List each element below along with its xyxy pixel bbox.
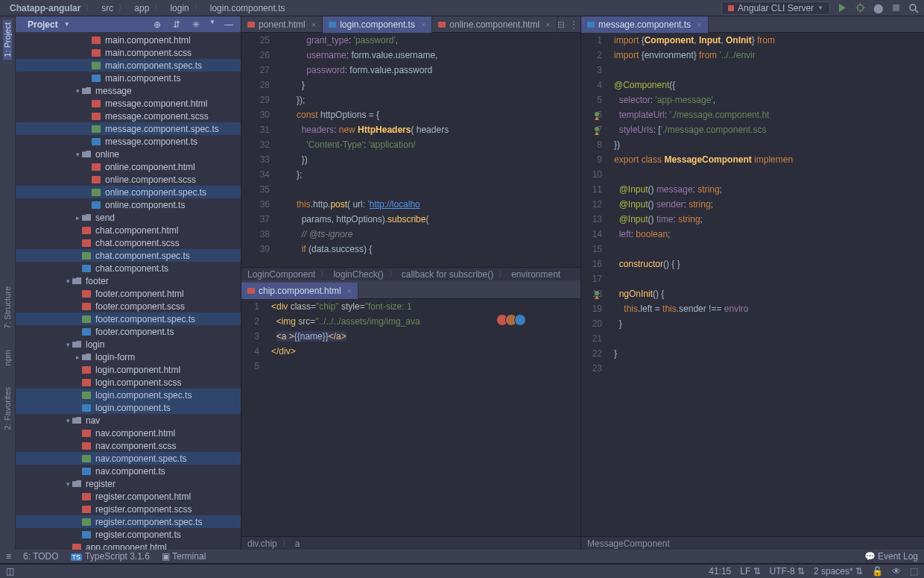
tree-file[interactable]: online.component.scss [16, 173, 241, 186]
tree-file[interactable]: message.component.html [16, 97, 241, 110]
hide-icon[interactable]: — [223, 19, 235, 31]
breadcrumb-segment[interactable]: div.chip [247, 538, 277, 549]
tree-arrow-icon[interactable] [74, 290, 81, 298]
vcs-marker-icon[interactable] [593, 125, 601, 133]
breadcrumb-item[interactable]: login [165, 3, 191, 13]
tree-folder[interactable]: ▾footer [16, 274, 241, 287]
breadcrumb-segment[interactable]: loginCheck() [333, 269, 383, 280]
run-button[interactable] [836, 2, 848, 14]
debug-button[interactable] [854, 2, 866, 14]
tree-arrow-icon[interactable]: ▾ [64, 480, 72, 488]
typescript-tab[interactable]: TSTypeScript 3.1.6 [71, 551, 150, 562]
tree-arrow-icon[interactable] [74, 455, 81, 462]
breadcrumb-item[interactable]: src [96, 3, 116, 13]
tree-arrow-icon[interactable] [83, 49, 91, 57]
tree-file[interactable]: nav.component.ts [16, 465, 241, 477]
tree-file[interactable]: login.component.scss [16, 376, 241, 389]
tree-folder[interactable]: ▸login-form [16, 351, 241, 363]
vcs-marker-icon[interactable] [593, 289, 601, 298]
tree-file[interactable]: message.component.spec.ts [16, 122, 241, 135]
tree-file[interactable]: nav.component.html [16, 427, 241, 439]
tree-file[interactable]: app.component.html [16, 541, 241, 550]
tree-file[interactable]: main.component.html [16, 34, 241, 46]
more-icon[interactable]: ⋮ [569, 19, 578, 30]
tree-arrow-icon[interactable] [83, 75, 91, 82]
close-icon[interactable]: × [347, 286, 352, 295]
tree-arrow-icon[interactable] [74, 366, 81, 374]
breadcrumb-segment[interactable]: LoginComponent [247, 269, 315, 280]
tree-file[interactable]: login.component.spec.ts [16, 389, 241, 401]
tree-folder[interactable]: ▾message [16, 84, 241, 97]
cursor-position[interactable]: 41:15 [709, 566, 731, 577]
tree-arrow-icon[interactable] [74, 379, 81, 386]
tree-folder[interactable]: ▾nav [16, 414, 241, 427]
tree-arrow-icon[interactable] [64, 544, 72, 550]
tree-arrow-icon[interactable] [83, 125, 91, 133]
tree-folder[interactable]: ▾login [16, 338, 241, 351]
breadcrumb-item[interactable]: app [129, 3, 151, 13]
tree-arrow-icon[interactable] [74, 531, 81, 538]
tree-file[interactable]: login.component.html [16, 363, 241, 376]
scroll-from-source-icon[interactable]: ⊕ [151, 19, 163, 31]
breadcrumb-item[interactable]: login.component.ts [205, 3, 288, 13]
breadcrumb-segment[interactable]: MessageComponent [587, 538, 670, 549]
tree-arrow-icon[interactable] [74, 392, 81, 399]
search-everywhere-button[interactable] [908, 2, 920, 14]
tool-tab-npm[interactable]: npm [3, 347, 12, 368]
tree-arrow-icon[interactable] [83, 37, 91, 44]
file-tree[interactable]: main.component.html main.component.scss … [16, 32, 241, 550]
tool-tab-project[interactable]: 1: Project [3, 19, 12, 60]
tree-arrow-icon[interactable]: ▾ [74, 87, 81, 95]
chevron-down-icon[interactable]: ▼ [209, 19, 215, 31]
tree-arrow-icon[interactable]: ▾ [64, 341, 72, 348]
tree-file[interactable]: footer.component.spec.ts [16, 312, 241, 325]
tree-file[interactable]: register.component.spec.ts [16, 515, 241, 528]
tree-arrow-icon[interactable]: ▾ [64, 277, 72, 285]
tree-arrow-icon[interactable] [74, 265, 81, 272]
chevron-down-icon[interactable]: ▼ [64, 21, 70, 28]
code-editor-message[interactable]: 1234567891011121314151617181920212223 im… [581, 33, 924, 536]
run-configuration-selector[interactable]: Angular CLI Server ▼ [721, 1, 830, 15]
tree-file[interactable]: chat.component.ts [16, 262, 241, 274]
breadcrumb-segment[interactable]: a [295, 538, 300, 549]
editor-tab[interactable]: ponent.html× [241, 16, 323, 33]
tree-file[interactable]: login.component.ts [16, 401, 241, 414]
status-window-icon[interactable]: ◫ [6, 566, 14, 577]
tree-arrow-icon[interactable] [74, 493, 81, 500]
tree-arrow-icon[interactable] [74, 506, 81, 513]
tree-arrow-icon[interactable] [74, 430, 81, 437]
tree-arrow-icon[interactable]: ▸ [74, 354, 81, 361]
tree-file[interactable]: message.component.scss [16, 110, 241, 122]
todo-tab[interactable]: 6: TODO [23, 551, 59, 562]
code-editor-chip[interactable]: 12345 <div class="chip" style="font-size… [241, 299, 580, 536]
tree-file[interactable]: footer.component.ts [16, 325, 241, 338]
project-title[interactable]: Project [28, 19, 58, 30]
tree-arrow-icon[interactable] [74, 252, 81, 260]
tree-arrow-icon[interactable] [83, 113, 91, 120]
editor-breadcrumbs[interactable]: MessageComponent [581, 536, 924, 550]
tree-arrow-icon[interactable]: ▸ [74, 214, 81, 222]
tree-arrow-icon[interactable] [83, 176, 91, 183]
indent-setting[interactable]: 2 spaces* ⇅ [814, 566, 863, 577]
tree-file[interactable]: chat.component.scss [16, 236, 241, 249]
stop-button[interactable] [890, 2, 902, 14]
hector-icon[interactable]: ⬚ [910, 566, 918, 577]
tree-arrow-icon[interactable] [74, 468, 81, 475]
close-icon[interactable]: × [697, 20, 701, 29]
terminal-tab[interactable]: ▣ Terminal [162, 551, 206, 562]
tree-file[interactable]: main.component.scss [16, 46, 241, 59]
tree-folder[interactable]: ▾online [16, 148, 241, 160]
tree-file[interactable]: footer.component.html [16, 287, 241, 300]
editor-tab[interactable]: chip.component.html× [241, 283, 358, 299]
tree-file[interactable]: online.component.ts [16, 198, 241, 211]
run-anything-button[interactable]: ⬤ [872, 2, 884, 14]
editor-breadcrumbs[interactable]: div.chip〉a [241, 536, 580, 550]
file-encoding[interactable]: UTF-8 ⇅ [770, 566, 805, 577]
close-icon[interactable]: × [311, 20, 316, 29]
tree-file[interactable]: footer.component.scss [16, 300, 241, 312]
event-log-tab[interactable]: 💬 Event Log [864, 551, 918, 562]
tree-arrow-icon[interactable] [83, 62, 91, 69]
tool-tab-structure[interactable]: 7: Structure [3, 283, 12, 332]
tree-arrow-icon[interactable] [74, 227, 81, 234]
tree-arrow-icon[interactable] [74, 328, 81, 336]
